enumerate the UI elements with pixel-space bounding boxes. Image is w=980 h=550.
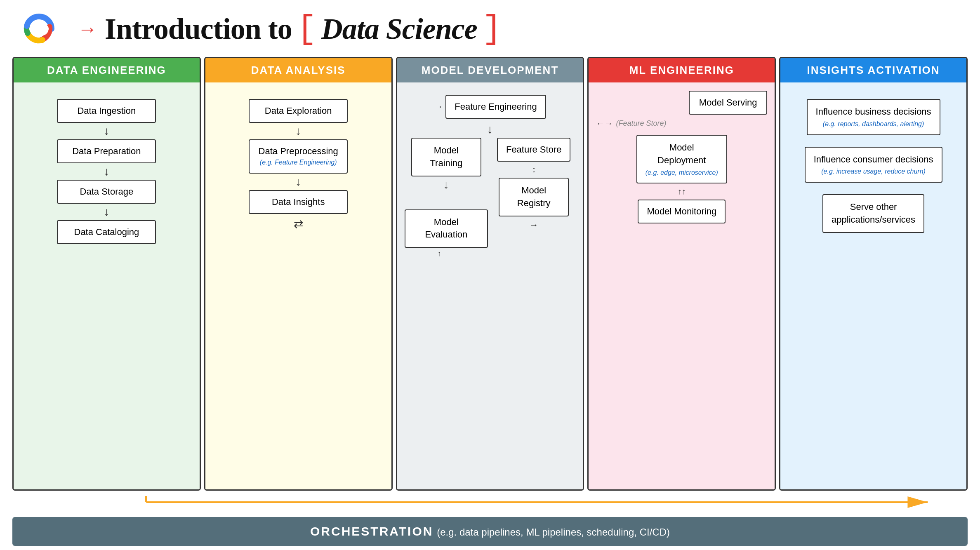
node-model-training: ModelTraining [411,138,481,176]
arrow-from-da: → [434,101,443,112]
node-data-preprocessing: Data Preprocessing (e.g. Feature Enginee… [249,139,348,174]
column-model-development: MODEL DEVELOPMENT → Feature Engineering … [396,57,584,491]
svg-point-2 [29,24,39,34]
arrow-de-1: ↓ [104,125,109,137]
preprocessing-sub: (e.g. Feature Engineering) [258,158,339,167]
md-right-section: Feature Store ↕ ModelRegistry → [492,138,575,230]
business-sub: (e.g. reports, dashboards, alerting) [816,120,931,129]
col-body-model-development: → Feature Engineering ↓ ModelTraining [397,82,583,489]
arrow-da-1: ↓ [295,125,301,137]
column-ml-engineering: ML ENGINEERING Model Serving ←→ (Feature… [587,57,776,491]
node-influence-business: Influence business decisions (e.g. repor… [807,99,940,135]
col-header-data-analysis: DATA ANALYSIS [205,58,391,82]
node-model-evaluation: Model Evaluation [405,209,488,248]
node-data-cataloging: Data Cataloging [57,220,156,244]
col-body-data-engineering: Data Ingestion ↓ Data Preparation ↓ Data… [14,82,200,489]
ml-lower: ModelDeployment (e.g. edge, microservice… [596,135,767,223]
bracket-close: ] [482,10,502,48]
title-data-science: Data Science [321,12,477,46]
col-body-ml-engineering: Model Serving ←→ (Feature Store) ModelDe… [589,82,775,489]
header-arrow: → [78,18,97,40]
arrow-de-3: ↓ [104,206,109,218]
svg-point-3 [40,24,49,33]
arrows-fs: ↕ [532,165,536,174]
arrow-eval-up: ↑ [438,249,441,258]
col-body-insights: Influence business decisions (e.g. repor… [780,82,966,489]
md-left-section: ModelTraining ↓ Model Evaluation [405,138,488,248]
arrow-fs-left: ←→ [596,119,612,128]
ml-feature-store-ref: ←→ (Feature Store) [596,119,767,128]
col-header-model-development: MODEL DEVELOPMENT [397,58,583,82]
node-serve-applications: Serve otherapplications/services [822,194,924,233]
bracket-open: [ [297,10,316,48]
md-content: → Feature Engineering ↓ ModelTraining [405,91,576,258]
ml-node-box: Model Serving ←→ (Feature Store) ModelDe… [596,91,767,223]
node-model-registry: ModelRegistry [499,178,569,216]
node-data-exploration: Data Exploration [249,99,348,123]
node-data-insights: Data Insights [249,190,348,214]
diagram-container: DATA ENGINEERING Data Ingestion ↓ Data P… [12,57,968,491]
page-header: → Introduction to [ Data Science ] [12,8,968,49]
col-header-insights: INSIGHTS ACTIVATION [780,58,966,82]
ml-serving-wrapper: Model Serving [596,91,767,115]
arrow-de-2: ↓ [104,166,109,177]
de-nodes: Data Ingestion ↓ Data Preparation ↓ Data… [21,91,192,244]
node-data-ingestion: Data Ingestion [57,99,156,123]
arrow-mt-down: ↓ [443,179,449,190]
node-influence-consumer: Influence consumer decisions (e.g. incre… [805,147,942,183]
deployment-sub: (e.g. edge, microservice) [645,169,718,177]
column-data-analysis: DATA ANALYSIS Data Exploration ↓ Data Pr… [204,57,393,491]
node-model-monitoring: Model Monitoring [638,200,726,223]
node-data-storage: Data Storage [57,180,156,204]
google-cloud-logo [16,8,66,49]
col-body-data-analysis: Data Exploration ↓ Data Preprocessing (e… [205,82,391,489]
node-feature-store: Feature Store [497,138,571,162]
da-nodes: Data Exploration ↓ Data Preprocessing (e… [213,91,384,231]
col-header-ml-engineering: ML ENGINEERING [589,58,775,82]
consumer-sub: (e.g. increase usage, reduce churn) [814,167,933,176]
col-header-data-engineering: DATA ENGINEERING [14,58,200,82]
orchestration-bar: ORCHESTRATION (e.g. data pipelines, ML p… [12,517,968,546]
arrow-da-md: ⇄ [294,217,303,231]
node-model-deployment: ModelDeployment (e.g. edge, microservice… [636,135,727,183]
arrow-md-top: ↓ [487,124,493,135]
arrows-deployment: ↑↑ [678,187,686,196]
orchestration-label: ORCHESTRATION [310,524,433,538]
orchestration-detail: (e.g. data pipelines, ML pipelines, sche… [437,526,670,538]
ins-content: Influence business decisions (e.g. repor… [788,91,959,233]
node-feature-engineering: Feature Engineering [445,95,546,119]
title-intro: Introduction to [105,12,292,46]
node-data-preparation: Data Preparation [57,139,156,163]
arrow-da-2: ↓ [295,176,301,188]
column-data-engineering: DATA ENGINEERING Data Ingestion ↓ Data P… [12,57,201,491]
orchestration-arrow-wrapper [136,494,943,510]
arrow-mr-right: → [529,220,538,230]
node-model-serving: Model Serving [689,91,767,115]
page-title: Introduction to [ Data Science ] [105,10,502,48]
orchestration-arrow-svg [136,494,943,510]
ml-deployment-col: ModelDeployment (e.g. edge, microservice… [596,135,767,223]
column-insights-activation: INSIGHTS ACTIVATION Influence business d… [779,57,968,491]
